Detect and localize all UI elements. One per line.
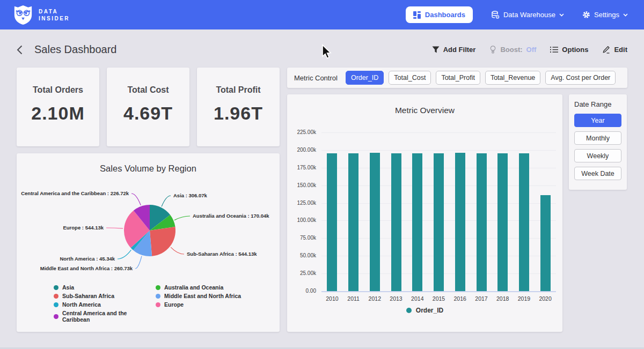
pie-slice-label: Sub-Saharan Africa : 544.13k (187, 251, 257, 257)
settings-label: Settings (594, 11, 619, 19)
add-filter-button[interactable]: Add Filter (432, 46, 476, 54)
page-title: Sales Dashboard (34, 43, 116, 56)
y-tick-label: 100.00k (287, 217, 316, 223)
boost-balloon-icon (489, 46, 496, 54)
date-range-button-weekly[interactable]: Weekly (574, 149, 621, 162)
y-tick-label: 125.00k (287, 200, 316, 206)
pie-legend-item[interactable]: Sub-Saharan Africa (54, 293, 156, 299)
bar-2010 (327, 153, 337, 291)
bar-2019 (519, 153, 529, 291)
legend-dot (54, 294, 58, 299)
bar-2011 (348, 153, 358, 291)
gear-icon (582, 11, 590, 19)
gridline (321, 132, 556, 133)
date-range-button-monthly[interactable]: Monthly (574, 131, 621, 145)
left-column: Total Orders 2.10M Total Cost 4.69T Tota… (17, 68, 280, 332)
pie-legend-item[interactable]: Asia (54, 284, 156, 291)
pie-legend-item[interactable]: Middle East and North Africa (156, 293, 280, 299)
y-tick-label: 50.00k (287, 253, 316, 258)
legend-label: Australia and Oceania (164, 284, 223, 291)
legend-label: Sub-Saharan Africa (62, 293, 114, 299)
pie-leader-line (135, 256, 142, 269)
metric-button-total-profit[interactable]: Total_Profit (436, 71, 480, 85)
settings-menu[interactable]: Settings (582, 11, 628, 19)
kpi-label: Total Orders (17, 85, 99, 95)
y-tick-label: 75.00k (287, 235, 316, 241)
bar-2014 (412, 153, 422, 291)
pie-legend-item[interactable]: Europe (156, 301, 280, 308)
metric-button-total-cost[interactable]: Total_Cost (389, 71, 431, 85)
kpi-label: Total Profit (197, 85, 280, 95)
chevron-down-icon (623, 13, 628, 17)
date-range-button-year[interactable]: Year (574, 114, 621, 127)
pie-legend-item[interactable]: North America (54, 301, 156, 308)
bar-2018 (497, 153, 508, 291)
bar-chart-card: Metric Overview 0.0025.00k50.00k75.00k10… (287, 94, 562, 332)
pie-chart-title: Sales Volume by Region (17, 153, 280, 174)
pie-slice-label: North America : 45.34k (60, 256, 115, 262)
kpi-row: Total Orders 2.10M Total Cost 4.69T Tota… (17, 68, 280, 146)
pie-legend-item[interactable]: Central America and the Caribbean (54, 310, 156, 323)
x-tick-label: 2015 (433, 295, 445, 302)
pie-leader-line (162, 196, 171, 206)
metric-button-avg-cost-per-order[interactable]: Avg. Cost per Order (545, 71, 616, 85)
header-actions: Add Filter Boost: Off Options Edit (432, 46, 627, 54)
bar-chart-legend[interactable]: Order_ID (287, 307, 562, 314)
legend-dot (156, 285, 160, 290)
bar-2016 (455, 153, 465, 292)
app-name: DATA INSIDER (39, 8, 70, 22)
options-list-icon (550, 46, 558, 53)
kpi-card-total-cost: Total Cost 4.69T (107, 68, 189, 146)
kpi-card-total-profit: Total Profit 1.96T (197, 68, 280, 146)
bar-2020 (540, 195, 551, 291)
right-column: Metric Control Order_ID Total_Cost Total… (287, 68, 627, 332)
y-tick-label: 200.00k (287, 147, 316, 153)
legend-label: Middle East and North Africa (164, 293, 241, 299)
chart-row: Metric Overview 0.0025.00k50.00k75.00k10… (287, 94, 627, 332)
owl-logo-icon (13, 5, 33, 25)
date-range-button-week-date[interactable]: Week Date (574, 167, 621, 180)
metric-button-total-revenue[interactable]: Total_Revenue (485, 71, 540, 85)
bar-chart-title: Metric Overview (287, 94, 562, 115)
pie-leader-line (106, 228, 123, 228)
pie-slice-label: Asia : 306.07k (173, 192, 208, 198)
legend-dot (156, 302, 160, 307)
boost-label: Boost: (500, 46, 522, 54)
kpi-value: 2.10M (17, 103, 99, 124)
data-warehouse-label: Data Warehouse (503, 11, 555, 19)
dashboards-nav-button[interactable]: Dashboards (406, 6, 473, 23)
y-tick-label: 225.00k (287, 129, 316, 135)
x-tick-label: 2014 (411, 295, 423, 302)
edit-button[interactable]: Edit (602, 46, 627, 54)
metric-button-order-id[interactable]: Order_ID (346, 71, 384, 85)
app-logo[interactable]: DATA INSIDER (13, 5, 70, 25)
pie-legend: AsiaAustralia and OceaniaSub-Saharan Afr… (54, 284, 280, 323)
options-button[interactable]: Options (550, 46, 588, 54)
database-icon (491, 11, 500, 19)
bar-plot-area (321, 132, 556, 291)
boost-toggle[interactable]: Boost: Off (489, 46, 536, 54)
pie-legend-item[interactable]: Australia and Oceania (156, 284, 280, 291)
boost-state: Off (526, 46, 537, 54)
pie-slice-2 (150, 227, 175, 256)
top-nav-items: Dashboards Data Warehouse Settings (406, 6, 628, 23)
options-label: Options (562, 46, 588, 54)
data-warehouse-menu[interactable]: Data Warehouse (491, 11, 564, 19)
back-chevron-icon (17, 45, 23, 55)
x-tick-label: 2010 (326, 295, 338, 302)
top-navigation-bar: DATA INSIDER Dashboards Data Warehouse (0, 0, 644, 29)
x-tick-label: 2020 (539, 295, 551, 302)
pie-chart: Asia : 306.07kAustralia and Oceania : 17… (17, 175, 280, 282)
bar-2013 (391, 153, 401, 291)
dashboard-grid-icon (413, 11, 421, 19)
date-range-panel: Date Range Year Monthly Weekly Week Date (569, 94, 627, 190)
bar-2015 (434, 153, 444, 291)
kpi-label: Total Cost (107, 85, 189, 95)
y-tick-label: 150.00k (287, 182, 316, 188)
back-button[interactable] (17, 45, 23, 55)
gridline (321, 291, 556, 292)
legend-series-name: Order_ID (416, 307, 443, 314)
legend-dot (156, 294, 160, 299)
legend-label: Asia (62, 284, 74, 291)
y-tick-label: 25.00k (287, 270, 316, 276)
